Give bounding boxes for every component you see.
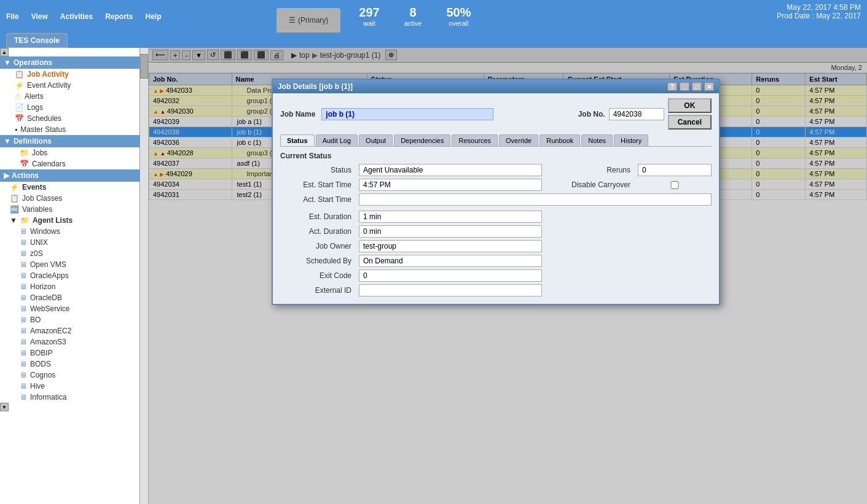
exit-code-input[interactable] [359, 269, 542, 282]
act-start-input[interactable] [359, 193, 712, 206]
sidebar-item-job-activity[interactable]: 📋 Job Activity [0, 69, 139, 80]
external-id-label: External ID [280, 286, 354, 295]
dialog-help-btn[interactable]: ? [667, 82, 677, 91]
job-no-input[interactable] [609, 108, 664, 120]
tab-output[interactable]: Output [359, 134, 393, 146]
reruns-input[interactable] [638, 164, 712, 176]
scheduled-by-input[interactable] [359, 255, 542, 267]
sidebar-item-logs[interactable]: 📄 Logs [0, 102, 139, 113]
menu-file[interactable]: File [6, 12, 19, 21]
sidebar-item-oracleapps[interactable]: 🖥 OracleApps [0, 270, 139, 281]
job-name-label: Job Name [280, 110, 315, 118]
disable-carryover-label: Disable Carryover [547, 180, 633, 189]
sidebar-item-informatica[interactable]: 🖥 Informatica [0, 392, 139, 403]
tab-resources[interactable]: Resources [452, 134, 498, 146]
job-classes-icon: 📋 [10, 194, 19, 203]
sidebar-item-master-status[interactable]: ▪ Master Status [0, 124, 139, 135]
sidebar-scroll-up[interactable]: ▲ [0, 48, 9, 56]
est-start-input[interactable] [359, 179, 542, 191]
sidebar-item-webservice[interactable]: 🖥 WebService [0, 303, 139, 314]
bo-icon: 🖥 [20, 316, 27, 324]
sidebar-item-z0s[interactable]: 🖥 z0S [0, 248, 139, 259]
sidebar-section-definitions[interactable]: ▼ Definitions [0, 135, 139, 147]
sidebar-section-actions[interactable]: ▶ Actions [0, 169, 139, 182]
act-duration-label: Act. Duration [280, 227, 354, 236]
content-pane: ⟵ + - ▼ ↺ ⬛ ⬛ ⬛ 🖨 ▶ top ▶ test-job-group… [149, 48, 867, 504]
tab-history[interactable]: History [614, 134, 648, 146]
sidebar-item-agent-lists[interactable]: ▼ 📁 Agent Lists [0, 215, 139, 226]
sidebar-item-horizon[interactable]: 🖥 Horizon [0, 281, 139, 292]
sidebar-item-schedules[interactable]: 📅 Schedules [0, 113, 139, 124]
tab-override[interactable]: Override [499, 134, 538, 146]
status-section: Current Status Status Reruns Est. Start … [280, 152, 712, 297]
dialog-content: Job Name Job No. OK Cancel [273, 93, 719, 304]
stats-area: ☰ (Primary) 297 wait 8 active 50% overal… [277, 0, 867, 33]
sidebar-item-calendars[interactable]: 📅 Calendars [0, 158, 139, 169]
status-input[interactable] [359, 164, 542, 176]
sidebar-item-bods[interactable]: 🖥 BODS [0, 359, 139, 370]
main-container: ▲ ▼ Operations 📋 Job Activity ⚡ Event Ac… [0, 48, 867, 504]
sidebar-item-openvms[interactable]: 🖥 Open VMS [0, 259, 139, 270]
job-owner-input[interactable] [359, 240, 542, 252]
tab-status[interactable]: Status [280, 134, 315, 146]
menu-activities[interactable]: Activities [60, 12, 93, 21]
amazonec2-icon: 🖥 [20, 327, 27, 335]
dialog-close-btn[interactable]: ✕ [704, 82, 714, 91]
sidebar-item-alerts[interactable]: ⚠ Alerts [0, 91, 139, 102]
tab-dependencies[interactable]: Dependencies [394, 134, 450, 146]
job-name-row: Job Name Job No. OK Cancel [280, 98, 712, 130]
sidebar-item-variables[interactable]: 🔤 Variables [0, 204, 139, 215]
dialog-titlebar: Job Details [job b (1)] ? _ □ ✕ [273, 80, 719, 93]
tab-audit-log[interactable]: Audit Log [316, 134, 358, 146]
sidebar-item-events[interactable]: ⚡ Events [0, 182, 139, 193]
disable-carryover-checkbox[interactable] [638, 181, 712, 189]
logs-icon: 📄 [15, 103, 24, 112]
sidebar-item-windows[interactable]: 🖥 Windows [0, 226, 139, 237]
dialog-tabs: Status Audit Log Output Dependencies Res… [280, 134, 712, 147]
stats-numbers: 297 wait 8 active 50% overall [359, 6, 471, 27]
est-start-label: Est. Start Time [280, 180, 354, 189]
calendars-icon: 📅 [20, 160, 29, 168]
est-duration-input[interactable] [359, 211, 542, 223]
unix-icon: 🖥 [20, 238, 27, 247]
events-icon: ⚡ [10, 183, 19, 192]
sidebar-item-hive[interactable]: 🖥 Hive [0, 381, 139, 392]
sidebar-item-job-classes[interactable]: 📋 Job Classes [0, 193, 139, 204]
sidebar-item-oracledb[interactable]: 🖥 OracleDB [0, 292, 139, 303]
external-id-input[interactable] [359, 284, 542, 297]
sidebar-item-bo[interactable]: 🖥 BO [0, 314, 139, 325]
sidebar-item-amazonec2[interactable]: 🖥 AmazonEC2 [0, 325, 139, 336]
sidebar-section-operations[interactable]: ▼ Operations [0, 56, 139, 69]
dialog-maximize-btn[interactable]: □ [692, 82, 702, 91]
sidebar-item-cognos[interactable]: 🖥 Cognos [0, 370, 139, 381]
sidebar-item-bobip[interactable]: 🖥 BOBIP [0, 347, 139, 359]
sidebar-item-jobs[interactable]: 📁 Jobs [0, 147, 139, 158]
sidebar-item-event-activity[interactable]: ⚡ Event Activity [0, 80, 139, 91]
ok-button[interactable]: OK [668, 98, 712, 113]
section-header: Current Status [280, 152, 712, 160]
sidebar: ▲ ▼ Operations 📋 Job Activity ⚡ Event Ac… [0, 48, 140, 504]
menu-reports[interactable]: Reports [105, 12, 133, 21]
dialog-title: Job Details [job b (1)] [278, 82, 353, 91]
menu-view[interactable]: View [31, 12, 48, 21]
variables-icon: 🔤 [10, 205, 19, 214]
tab-runbook[interactable]: Runbook [539, 134, 580, 146]
act-duration-input[interactable] [359, 225, 542, 238]
sidebar-scrollbar[interactable] [140, 48, 149, 504]
sidebar-item-unix[interactable]: 🖥 UNIX [0, 237, 139, 248]
overall-stat: 50% overall [446, 6, 471, 27]
active-stat: 8 active [404, 6, 422, 27]
tab-notes[interactable]: Notes [581, 134, 613, 146]
menu-help[interactable]: Help [146, 12, 162, 21]
tes-console-tab[interactable]: TES Console [6, 33, 68, 48]
cancel-button[interactable]: Cancel [668, 115, 712, 130]
event-activity-icon: ⚡ [15, 81, 24, 90]
sidebar-scroll-down[interactable]: ▼ [0, 403, 9, 411]
job-owner-label: Job Owner [280, 242, 354, 250]
cognos-icon: 🖥 [20, 371, 27, 379]
def-expand-icon: ▼ [4, 137, 11, 145]
job-name-input[interactable] [321, 108, 493, 120]
alerts-icon: ⚠ [15, 92, 22, 101]
dialog-minimize-btn[interactable]: _ [680, 82, 689, 91]
sidebar-item-amazons3[interactable]: 🖥 AmazonS3 [0, 336, 139, 347]
